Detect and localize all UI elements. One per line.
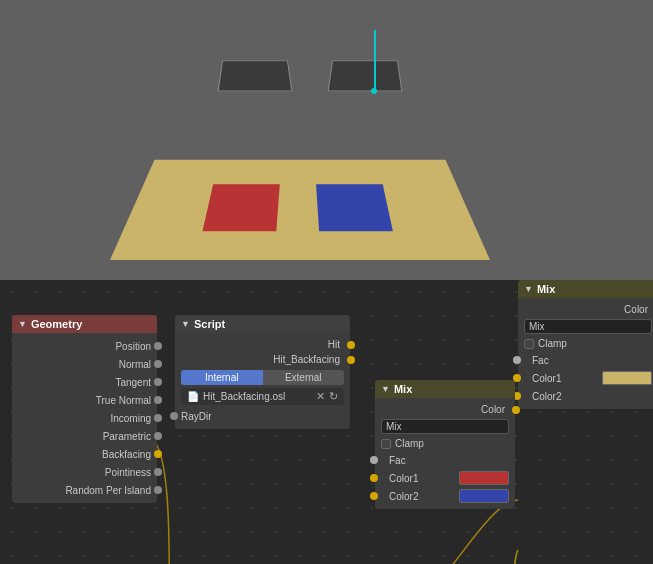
mix-top-header: ▼ Mix [518, 280, 653, 298]
script-node-header: ▼ Script [175, 315, 350, 333]
mix-mid-body: Color Mix Clamp Fac Color1 [375, 398, 515, 509]
socket-normal-out[interactable] [154, 360, 162, 368]
script-node-title: Script [194, 318, 225, 330]
cursor-dot [371, 88, 377, 94]
viewport [0, 0, 653, 280]
mix-top-input-fac: Fac [518, 351, 653, 369]
node-script: ▼ Script Hit Hit_Backfacing Internal Ext… [175, 315, 350, 429]
socket-tangent-out[interactable] [154, 378, 162, 386]
script-external-button[interactable]: External [263, 370, 345, 385]
mix-top-clamp-checkbox[interactable] [524, 339, 534, 349]
socket-hit-backfacing-out[interactable] [347, 356, 355, 364]
geometry-output-backfacing: Backfacing [12, 445, 157, 463]
mix-mid-clamp-label: Clamp [395, 438, 424, 449]
script-filename: Hit_Backfacing.osl [203, 391, 312, 402]
geometry-output-incoming: Incoming [12, 409, 157, 427]
scene-floor [110, 160, 490, 260]
red-square [202, 184, 279, 231]
socket-mix-mid-color1-in[interactable] [370, 474, 378, 482]
socket-hit-out[interactable] [347, 341, 355, 349]
socket-raydir-in[interactable] [170, 412, 178, 420]
geometry-node-title: Geometry [31, 318, 82, 330]
geometry-output-parametric: Parametric [12, 427, 157, 445]
mix-top-output-color: Color [518, 302, 653, 317]
script-internal-button[interactable]: Internal [181, 370, 263, 385]
mix-top-dropdown[interactable]: Mix [524, 319, 652, 334]
node-mix-top: ▼ Mix Color Mix Clamp Fac [518, 280, 653, 409]
mix-mid-collapse-arrow[interactable]: ▼ [381, 384, 390, 394]
socket-position-out[interactable] [154, 342, 162, 350]
script-mode-buttons: Internal External [181, 370, 344, 385]
mix-mid-color1-swatch[interactable] [459, 471, 509, 485]
geometry-output-position: Position [12, 337, 157, 355]
cursor-line [374, 30, 376, 90]
geometry-output-true-normal: True Normal [12, 391, 157, 409]
mix-mid-header: ▼ Mix [375, 380, 515, 398]
script-output-hit-backfacing: Hit_Backfacing [175, 352, 350, 367]
small-plane-right [328, 61, 403, 92]
script-clear-button[interactable]: ✕ [316, 390, 325, 403]
script-node-body: Hit Hit_Backfacing Internal External 📄 H… [175, 333, 350, 429]
socket-incoming-out[interactable] [154, 414, 162, 422]
mix-top-input-color2: Color2 [518, 387, 653, 405]
mix-top-dropdown-row: Mix [518, 317, 653, 336]
geometry-output-pointiness: Pointiness [12, 463, 157, 481]
geometry-node-body: Position Normal Tangent True Normal Inco… [12, 333, 157, 503]
mix-mid-clamp-checkbox[interactable] [381, 439, 391, 449]
socket-backfacing-out[interactable] [154, 450, 162, 458]
socket-true-normal-out[interactable] [154, 396, 162, 404]
mix-top-clamp-label: Clamp [538, 338, 567, 349]
mix-mid-dropdown-row: Mix [375, 417, 515, 436]
geometry-collapse-arrow[interactable]: ▼ [18, 319, 27, 329]
script-refresh-button[interactable]: ↻ [329, 390, 338, 403]
mix-top-input-color1: Color1 [518, 369, 653, 387]
geometry-output-tangent: Tangent [12, 373, 157, 391]
socket-mix-mid-color2-in[interactable] [370, 492, 378, 500]
socket-mix-mid-fac-in[interactable] [370, 456, 378, 464]
socket-parametric-out[interactable] [154, 432, 162, 440]
file-icon: 📄 [187, 391, 199, 402]
mix-top-collapse-arrow[interactable]: ▼ [524, 284, 533, 294]
geometry-output-normal: Normal [12, 355, 157, 373]
mix-top-title: Mix [537, 283, 555, 295]
mix-mid-title: Mix [394, 383, 412, 395]
geometry-node-header: ▼ Geometry [12, 315, 157, 333]
blue-square [316, 184, 393, 231]
socket-mix-mid-color-out[interactable] [512, 406, 520, 414]
mix-mid-dropdown[interactable]: Mix [381, 419, 509, 434]
script-file-row: 📄 Hit_Backfacing.osl ✕ ↻ [181, 388, 344, 405]
mix-mid-input-color2: Color2 [375, 487, 515, 505]
script-output-hit: Hit [175, 337, 350, 352]
mix-mid-input-fac: Fac [375, 451, 515, 469]
node-mix-mid: ▼ Mix Color Mix Clamp Fac [375, 380, 515, 509]
script-input-raydir: RayDir [175, 407, 350, 425]
geometry-output-random-per-island: Random Per Island [12, 481, 157, 499]
mix-top-clamp-row: Clamp [518, 336, 653, 351]
node-editor: ▼ Geometry Position Normal Tangent True … [0, 280, 653, 564]
small-plane-left [218, 61, 293, 92]
node-geometry: ▼ Geometry Position Normal Tangent True … [12, 315, 157, 503]
socket-pointiness-out[interactable] [154, 468, 162, 476]
mix-mid-clamp-row: Clamp [375, 436, 515, 451]
mix-top-color1-swatch[interactable] [602, 371, 652, 385]
mix-mid-output-color: Color [375, 402, 515, 417]
mix-top-body: Color Mix Clamp Fac Color1 [518, 298, 653, 409]
script-collapse-arrow[interactable]: ▼ [181, 319, 190, 329]
socket-mix-top-fac-in[interactable] [513, 356, 521, 364]
socket-random-per-island-out[interactable] [154, 486, 162, 494]
mix-mid-input-color1: Color1 [375, 469, 515, 487]
mix-mid-color2-swatch[interactable] [459, 489, 509, 503]
